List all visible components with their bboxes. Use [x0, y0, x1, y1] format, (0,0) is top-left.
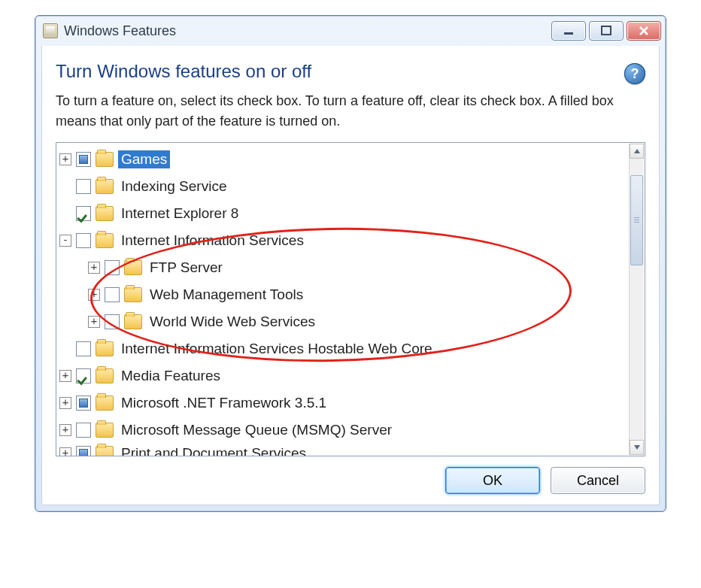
folder-icon — [96, 233, 114, 248]
checkbox[interactable] — [76, 152, 91, 167]
tree-item-label[interactable]: Media Features — [118, 367, 223, 385]
checkbox[interactable] — [76, 368, 91, 383]
folder-icon — [96, 152, 114, 167]
minimize-button[interactable] — [551, 21, 586, 41]
scroll-up-button[interactable] — [630, 144, 644, 159]
folder-icon — [124, 314, 142, 329]
titlebar[interactable]: Windows Features — [35, 16, 666, 46]
folder-icon — [96, 396, 114, 411]
tree-item-label[interactable]: World Wide Web Services — [147, 313, 318, 331]
tree-item[interactable]: -Internet Information Services — [59, 227, 628, 254]
tree-item-label[interactable]: Internet Information Services Hostable W… — [118, 340, 435, 358]
client-area: Turn Windows features on or off ? To tur… — [41, 46, 660, 505]
maximize-button[interactable] — [589, 21, 624, 41]
tree-item[interactable]: Internet Information Services Hostable W… — [59, 335, 628, 362]
toggle-spacer — [59, 180, 71, 192]
checkbox[interactable] — [76, 341, 91, 356]
tree-item-label[interactable]: Internet Information Services — [118, 232, 307, 250]
page-description: To turn a feature on, select its check b… — [56, 91, 645, 132]
tree-item[interactable]: +World Wide Web Services — [88, 308, 628, 335]
expand-icon[interactable]: + — [88, 316, 100, 328]
dialog-button-row: OK Cancel — [56, 467, 645, 494]
checkbox[interactable] — [105, 287, 120, 302]
checkbox[interactable] — [76, 233, 91, 248]
folder-icon — [96, 341, 114, 356]
checkbox[interactable] — [76, 179, 91, 194]
window-title: Windows Features — [64, 23, 176, 39]
tree-item[interactable]: Indexing Service — [59, 173, 628, 200]
windows-features-dialog: Windows Features Turn Windows features o… — [35, 15, 666, 512]
page-heading: Turn Windows features on or off — [56, 61, 624, 82]
collapse-icon[interactable]: - — [59, 235, 71, 247]
tree-item[interactable]: Internet Explorer 8 — [59, 200, 628, 227]
expand-icon[interactable]: + — [59, 397, 71, 409]
folder-icon — [124, 260, 142, 275]
tree-item-label[interactable]: Microsoft .NET Framework 3.5.1 — [118, 394, 329, 412]
close-button[interactable] — [627, 21, 661, 41]
checkbox[interactable] — [76, 446, 91, 456]
cancel-button[interactable]: Cancel — [551, 467, 645, 494]
help-icon[interactable]: ? — [624, 63, 645, 84]
checkbox[interactable] — [76, 396, 91, 411]
svg-rect-1 — [602, 26, 611, 35]
folder-icon — [96, 179, 114, 194]
ok-button[interactable]: OK — [445, 467, 540, 494]
folder-icon — [124, 287, 142, 302]
scrollbar-vertical[interactable] — [629, 144, 644, 455]
tree-item-label[interactable]: Print and Document Services — [118, 444, 309, 456]
checkbox[interactable] — [105, 314, 120, 329]
checkbox[interactable] — [76, 423, 91, 438]
tree-item-label[interactable]: Indexing Service — [118, 177, 229, 195]
tree-item[interactable]: +Microsoft Message Queue (MSMQ) Server — [59, 417, 628, 444]
expand-icon[interactable]: + — [59, 153, 71, 165]
svg-rect-0 — [564, 32, 573, 35]
folder-icon — [96, 423, 114, 438]
expand-icon[interactable]: + — [88, 289, 100, 301]
scroll-track[interactable] — [630, 159, 644, 440]
tree-item-label[interactable]: Games — [118, 150, 170, 168]
checkbox[interactable] — [105, 260, 120, 275]
folder-icon — [96, 368, 114, 383]
tree-item[interactable]: +FTP Server — [88, 254, 628, 281]
app-icon — [43, 23, 58, 38]
checkbox[interactable] — [76, 206, 91, 221]
scroll-thumb[interactable] — [630, 175, 643, 265]
scroll-down-button[interactable] — [630, 440, 644, 455]
expand-icon[interactable]: + — [59, 370, 71, 382]
tree-item[interactable]: +Print and Document Services — [59, 444, 628, 456]
expand-icon[interactable]: + — [59, 424, 71, 436]
toggle-spacer — [59, 343, 71, 355]
folder-icon — [96, 446, 114, 456]
expand-icon[interactable]: + — [88, 262, 100, 274]
tree-item-label[interactable]: FTP Server — [147, 259, 226, 277]
features-tree[interactable]: +GamesIndexing ServiceInternet Explorer … — [56, 142, 645, 456]
tree-item[interactable]: +Web Management Tools — [88, 281, 628, 308]
tree-item-label[interactable]: Microsoft Message Queue (MSMQ) Server — [118, 421, 395, 439]
tree-item-label[interactable]: Internet Explorer 8 — [118, 205, 241, 223]
expand-icon[interactable]: + — [59, 447, 71, 456]
folder-icon — [96, 206, 114, 221]
tree-item[interactable]: +Games — [59, 146, 628, 173]
tree-item[interactable]: +Media Features — [59, 362, 628, 389]
tree-item-label[interactable]: Web Management Tools — [147, 286, 306, 304]
tree-item[interactable]: +Microsoft .NET Framework 3.5.1 — [59, 389, 628, 417]
toggle-spacer — [59, 208, 71, 220]
